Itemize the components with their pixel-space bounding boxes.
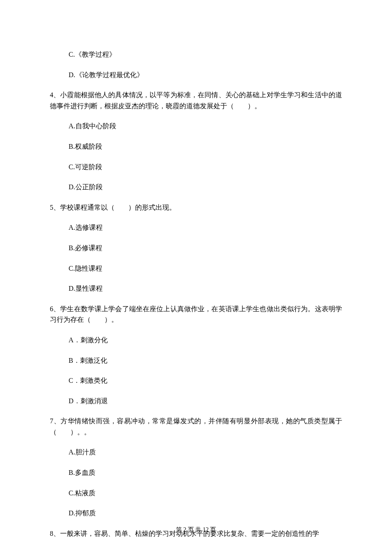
q6-option-d: D．刺激消退 [69,396,342,407]
q5-option-c: C.隐性课程 [69,263,342,274]
q6-option-a: A．刺激分化 [69,335,342,346]
q5-option-d: D.显性课程 [69,283,342,294]
q7-option-c: C.粘液质 [69,488,342,499]
q5-option-a: A.选修课程 [69,222,342,233]
q6-text: 6、学生在数学课上学会了端坐在座位上认真做作业，在英语课上学生也做出类似行为。这… [50,304,342,325]
q4-option-b: B.权威阶段 [69,141,342,152]
q3-option-d: D.《论教学过程最优化》 [69,69,342,81]
q7-option-b: B.多血质 [69,467,342,478]
q5-text: 5、学校课程通常以（ ）的形式出现。 [50,202,342,213]
q7-options: A.胆汁质 B.多血质 C.粘液质 D.抑郁质 [50,447,342,518]
q4-option-a: A.自我中心阶段 [69,121,342,132]
q6-option-c: C．刺激类化 [69,375,342,386]
q6-options: A．刺激分化 B．刺激泛化 C．刺激类化 D．刺激消退 [50,335,342,406]
q5-option-b: B.必修课程 [69,243,342,254]
q4-option-c: C.可逆阶段 [69,162,342,173]
q7-text: 7、方华情绪快而强，容易冲动，常常是爆发式的，并伴随有明显外部表现，她的气质类型… [50,416,342,437]
page-footer: 第 2 页 共 12 页 [0,525,392,535]
q4-option-d: D.公正阶段 [69,182,342,193]
q3-options-continued: C.《教学过程》 D.《论教学过程最优化》 [50,49,342,80]
q5-options: A.选修课程 B.必修课程 C.隐性课程 D.显性课程 [50,222,342,294]
q4-options: A.自我中心阶段 B.权威阶段 C.可逆阶段 D.公正阶段 [50,121,342,192]
q3-option-c: C.《教学过程》 [69,49,342,60]
page-content: C.《教学过程》 D.《论教学过程最优化》 4、小霞能根据他人的具体情况，以平等… [0,0,392,539]
q7-option-d: D.抑郁质 [69,508,342,519]
q6-option-b: B．刺激泛化 [69,355,342,366]
q7-option-a: A.胆汁质 [69,447,342,458]
q4-text: 4、小霞能根据他人的具体情况，以平等为标准，在同情、关心的基础上对学生学习和生活… [50,90,342,111]
